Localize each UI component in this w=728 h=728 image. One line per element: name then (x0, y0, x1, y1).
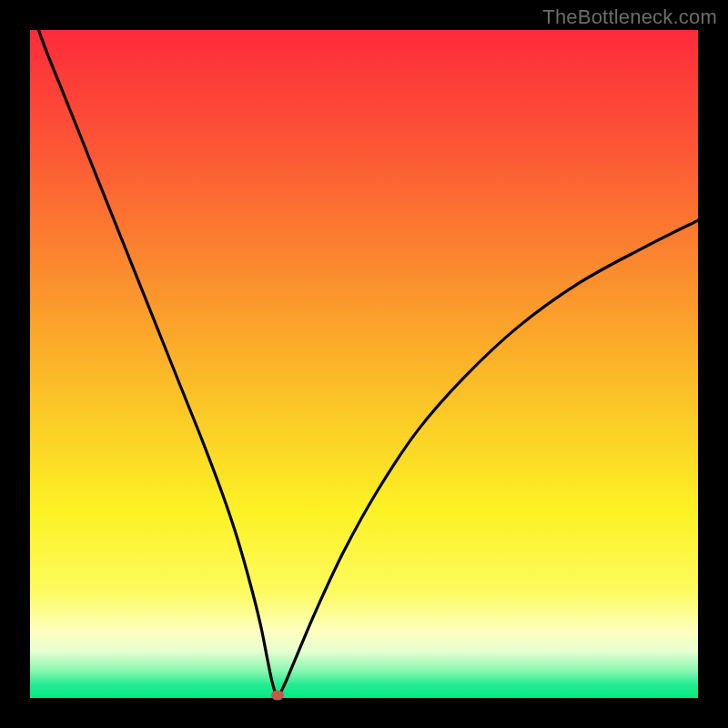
outer-frame: TheBottleneck.com (0, 0, 728, 728)
minimum-marker-icon (271, 691, 284, 701)
watermark-text: TheBottleneck.com (542, 5, 717, 29)
bottleneck-curve (30, 4, 698, 695)
curve-layer (30, 30, 698, 698)
